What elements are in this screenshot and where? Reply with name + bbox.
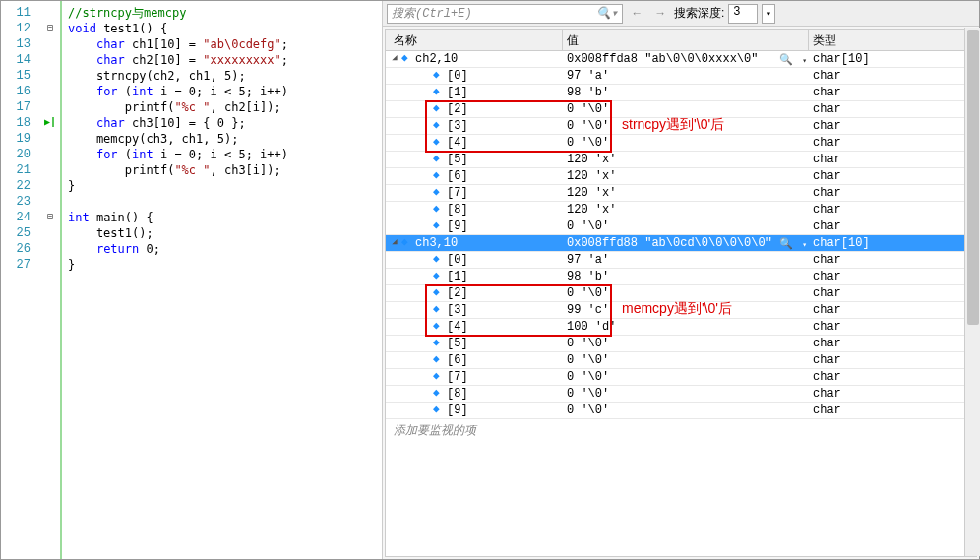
table-row[interactable]: [5]120 'x'char [386,152,976,168]
table-row[interactable]: [9]0 '\0'char [386,403,976,419]
var-name: [9] [447,403,468,419]
table-row[interactable]: [3]99 'c'char [386,302,976,319]
var-type: char [809,101,976,118]
var-type: char [809,185,976,202]
table-row[interactable]: [0]97 'a'char [386,252,976,269]
var-type: char [809,369,976,386]
depth-input[interactable]: 3 [728,4,758,24]
table-row[interactable]: [6]120 'x'char [386,168,976,185]
var-value[interactable]: 0 '\0' [563,101,809,118]
var-type: char [809,403,976,419]
depth-label: 搜索深度: [674,5,724,22]
visualizer-icon[interactable]: 🔍 [779,236,793,252]
var-name: [0] [447,252,468,269]
variable-icon [433,339,443,348]
table-row[interactable]: [4]100 'd'char [386,319,976,336]
table-row[interactable]: [7]120 'x'char [386,185,976,202]
expander-icon[interactable]: ◢ [390,238,399,248]
table-row[interactable]: [3]0 '\0'char [386,118,976,135]
table-row[interactable]: [1]98 'b'char [386,85,976,101]
var-type: char[10] [809,235,976,252]
table-row[interactable]: [1]98 'b'char [386,269,976,285]
table-row[interactable]: ◢ch2,100x008ffda8 "ab\0\0\0xxxx\0"🔍▾char… [386,51,976,68]
nav-back-button[interactable]: ← [627,4,646,24]
var-name: [5] [447,152,468,168]
var-name: [5] [447,336,468,352]
table-row[interactable]: [6]0 '\0'char [386,352,976,369]
table-row[interactable]: [8]0 '\0'char [386,386,976,403]
table-row[interactable]: [4]0 '\0'char [386,135,976,152]
var-name: [6] [447,168,468,185]
variable-icon [433,405,443,415]
var-value[interactable]: 99 'c' [563,302,809,319]
var-value[interactable]: 120 'x' [563,202,809,218]
scrollbar-thumb[interactable] [967,30,979,325]
table-row[interactable]: [0]97 'a'char [386,68,976,85]
table-row[interactable]: ◢ch3,100x008ffd88 "ab\0cd\0\0\0\0\0"🔍▾ch… [386,235,976,252]
table-row[interactable]: [2]0 '\0'char [386,285,976,302]
table-row[interactable]: [9]0 '\0'char [386,218,976,235]
variable-icon [433,138,443,148]
var-name: [4] [447,135,468,152]
variable-icon [401,238,411,248]
var-value[interactable]: 97 'a' [563,68,809,85]
search-input[interactable]: 搜索(Ctrl+E) 🔍▾ [387,4,623,24]
table-row[interactable]: [7]0 '\0'char [386,369,976,386]
var-value[interactable]: 0 '\0' [563,118,809,135]
var-value[interactable]: 0 '\0' [563,218,809,235]
grid-body[interactable]: ◢ch2,100x008ffda8 "ab\0\0\0xxxx\0"🔍▾char… [386,51,976,556]
code-content[interactable]: //strncpy与memcpyvoid test1() { char ch1[… [60,1,382,559]
col-type-header[interactable]: 类型 [809,30,976,50]
grid-header: 名称 值 类型 [386,30,976,51]
var-value[interactable]: 97 'a' [563,252,809,269]
variable-icon [433,88,443,97]
var-value[interactable]: 120 'x' [563,152,809,168]
table-row[interactable]: [8]120 'x'char [386,202,976,218]
expander-icon[interactable]: ◢ [390,54,399,64]
vertical-scrollbar[interactable] [964,28,980,556]
var-value[interactable]: 100 'd' [563,319,809,336]
var-value[interactable]: 120 'x' [563,168,809,185]
var-type: char [809,202,976,218]
var-value[interactable]: 0 '\0' [563,386,809,403]
var-value[interactable]: 0 '\0' [563,352,809,369]
var-name: [4] [447,319,468,336]
var-type: char [809,118,976,135]
variable-icon [433,155,443,164]
marker-column: ▶| [40,1,60,559]
var-name: [3] [447,302,468,319]
var-value[interactable]: 0 '\0' [563,285,809,302]
var-type: char[10] [809,51,976,68]
nav-forward-button[interactable]: → [650,4,670,24]
table-row[interactable]: [2]0 '\0'char [386,101,976,118]
var-value[interactable]: 120 'x' [563,185,809,202]
variable-icon [433,121,443,131]
var-type: char [809,302,976,319]
variable-icon [433,71,443,81]
var-value[interactable]: 0 '\0' [563,403,809,419]
var-value[interactable]: 0x008ffda8 "ab\0\0\0xxxx\0"🔍▾ [563,51,809,68]
visualizer-dropdown-icon[interactable]: ▾ [802,52,807,68]
watch-toolbar: 搜索(Ctrl+E) 🔍▾ ← → 搜索深度: 3 ▾ [383,1,979,27]
var-value[interactable]: 0x008ffd88 "ab\0cd\0\0\0\0\0"🔍▾ [563,235,809,252]
depth-dropdown-button[interactable]: ▾ [762,4,775,24]
variable-icon [433,288,443,298]
col-value-header[interactable]: 值 [563,30,809,50]
visualizer-icon[interactable]: 🔍 [779,52,793,68]
table-row[interactable]: [5]0 '\0'char [386,336,976,352]
code-editor[interactable]: 1112131415161718192021222324252627 ▶| //… [1,1,383,559]
add-watch-placeholder[interactable]: 添加要监视的项 [386,419,976,441]
var-name: ch2,10 [415,51,458,68]
var-value[interactable]: 98 'b' [563,85,809,101]
variable-icon [433,205,443,215]
var-name: [0] [447,68,468,85]
var-value[interactable]: 0 '\0' [563,369,809,386]
visualizer-dropdown-icon[interactable]: ▾ [802,236,807,252]
var-value[interactable]: 0 '\0' [563,135,809,152]
search-icon[interactable]: 🔍▾ [596,6,618,21]
col-name-header[interactable]: 名称 [386,30,563,50]
var-value[interactable]: 0 '\0' [563,336,809,352]
var-value[interactable]: 98 'b' [563,269,809,285]
variable-icon [433,389,443,399]
search-placeholder: 搜索(Ctrl+E) [392,5,472,22]
